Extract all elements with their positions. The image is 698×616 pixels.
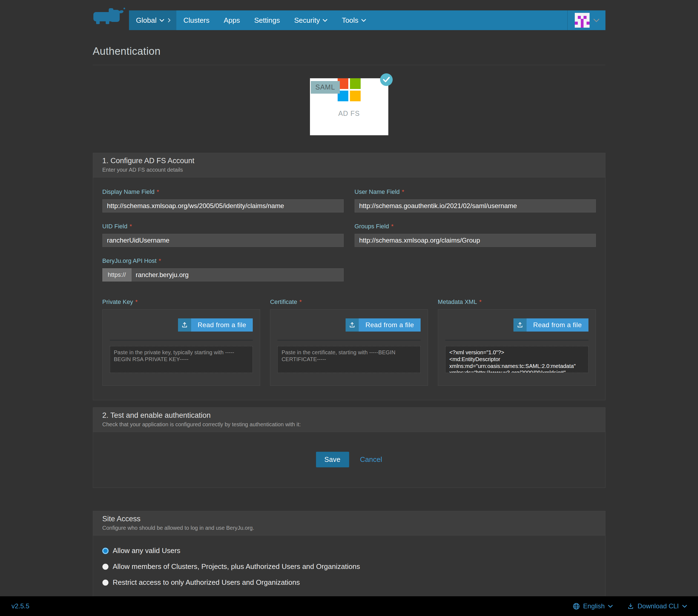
rancher-logo[interactable] bbox=[93, 6, 126, 25]
chevron-down-icon bbox=[608, 605, 613, 608]
save-button[interactable]: Save bbox=[316, 452, 349, 467]
nav-item-settings[interactable]: Settings bbox=[247, 10, 287, 30]
nav-item-tools[interactable]: Tools bbox=[335, 10, 373, 30]
nav-label: Security bbox=[294, 16, 320, 25]
download-cli-menu[interactable]: Download CLI bbox=[627, 602, 687, 610]
rancher-bull-icon bbox=[93, 6, 126, 25]
language-selector[interactable]: English bbox=[573, 602, 613, 610]
chevron-down-icon bbox=[594, 19, 599, 22]
file-box-divider bbox=[277, 340, 421, 340]
upload-icon bbox=[346, 318, 359, 332]
field-user-name: User Name Field* bbox=[354, 188, 596, 212]
required-asterisk: * bbox=[402, 188, 404, 195]
radio-allow-members[interactable]: Allow members of Clusters, Projects, plu… bbox=[102, 562, 596, 571]
selected-check-icon bbox=[380, 73, 393, 86]
field-label: UID Field* bbox=[102, 223, 344, 230]
site-access-title: Site Access bbox=[102, 515, 596, 523]
chevron-down-icon bbox=[682, 605, 687, 608]
nav-label: Tools bbox=[342, 16, 359, 25]
app-footer: v2.5.5 English Download CLI bbox=[0, 596, 698, 616]
version-label[interactable]: v2.5.5 bbox=[12, 602, 29, 610]
app-header: Global Clusters Apps Settings Security T… bbox=[0, 0, 698, 31]
saml-badge: SAML bbox=[311, 81, 340, 94]
field-label: Private Key* bbox=[102, 298, 261, 306]
radio-unselected-icon bbox=[102, 564, 109, 570]
field-label: BeryJu.org API Host* bbox=[102, 257, 344, 265]
field-groups: Groups Field* bbox=[354, 223, 596, 247]
user-avatar bbox=[575, 13, 589, 28]
api-host-input[interactable] bbox=[131, 268, 344, 281]
download-icon bbox=[627, 603, 634, 610]
private-key-textarea[interactable] bbox=[110, 346, 253, 373]
radio-allow-any-valid-users[interactable]: Allow any valid Users bbox=[102, 546, 596, 555]
section1-header: 1. Configure AD FS Account Enter your AD… bbox=[93, 153, 605, 178]
nav-item-clusters[interactable]: Clusters bbox=[176, 10, 217, 30]
field-label: Groups Field* bbox=[354, 223, 596, 230]
read-from-file-button[interactable]: Read from a file bbox=[178, 318, 253, 332]
top-navbar: Global Clusters Apps Settings Security T… bbox=[129, 10, 605, 30]
title-divider bbox=[93, 65, 605, 65]
nav-item-security[interactable]: Security bbox=[287, 10, 335, 30]
site-access-subtitle: Configure who should be allowed to log i… bbox=[102, 525, 596, 531]
radio-unselected-icon bbox=[102, 579, 109, 586]
metadata-xml-textarea[interactable]: <?xml version="1.0"?> <md:EntityDescript… bbox=[445, 346, 588, 373]
globe-icon bbox=[573, 603, 580, 610]
required-asterisk: * bbox=[479, 298, 482, 305]
read-from-file-label: Read from a file bbox=[527, 318, 588, 332]
nav-label: Global bbox=[136, 16, 157, 25]
certificate-box: Read from a file bbox=[270, 309, 428, 386]
groups-input[interactable] bbox=[354, 234, 596, 247]
field-uid: UID Field* bbox=[102, 223, 344, 247]
nav-item-global[interactable]: Global bbox=[129, 10, 176, 30]
download-cli-label: Download CLI bbox=[638, 602, 679, 610]
chevron-down-icon bbox=[159, 19, 164, 22]
required-asterisk: * bbox=[157, 188, 159, 195]
metadata-xml-box: Read from a file <?xml version="1.0"?> <… bbox=[438, 309, 596, 386]
required-asterisk: * bbox=[159, 257, 161, 264]
required-asterisk: * bbox=[299, 298, 302, 305]
language-label: English bbox=[583, 602, 605, 610]
section1-title: 1. Configure AD FS Account bbox=[102, 157, 596, 165]
file-box-divider bbox=[110, 340, 253, 340]
active-caret-icon bbox=[168, 18, 171, 23]
required-asterisk: * bbox=[391, 223, 393, 230]
provider-name: AD FS bbox=[310, 110, 388, 117]
required-asterisk: * bbox=[129, 223, 132, 230]
field-label: Metadata XML* bbox=[438, 298, 596, 306]
cancel-button[interactable]: Cancel bbox=[360, 455, 382, 464]
section2-title: 2. Test and enable authentication bbox=[102, 411, 596, 420]
section2-header: 2. Test and enable authentication Check … bbox=[93, 408, 605, 432]
upload-icon bbox=[514, 318, 527, 332]
nav-label: Settings bbox=[254, 16, 280, 25]
upload-icon bbox=[178, 318, 191, 332]
private-key-box: Read from a file bbox=[102, 309, 261, 386]
chevron-down-icon bbox=[323, 19, 327, 22]
field-api-host: BeryJu.org API Host* https:// bbox=[102, 257, 344, 281]
certificate-textarea[interactable] bbox=[277, 346, 421, 373]
metadata-xml-block: Metadata XML* Read from a file <?xml ve bbox=[438, 298, 596, 386]
radio-restrict-access[interactable]: Restrict access to only Authorized Users… bbox=[102, 578, 596, 587]
test-enable-section: 2. Test and enable authentication Check … bbox=[93, 407, 605, 488]
user-menu[interactable] bbox=[568, 10, 605, 30]
read-from-file-label: Read from a file bbox=[359, 318, 420, 332]
certificate-block: Certificate* Read from a file bbox=[270, 298, 428, 386]
field-label: User Name Field* bbox=[354, 188, 596, 195]
read-from-file-label: Read from a file bbox=[191, 318, 253, 332]
page-title: Authentication bbox=[93, 45, 605, 57]
private-key-block: Private Key* Read from a file bbox=[102, 298, 261, 386]
display-name-input[interactable] bbox=[102, 199, 344, 212]
configure-adfs-section: 1. Configure AD FS Account Enter your AD… bbox=[93, 153, 605, 400]
uid-input[interactable] bbox=[102, 234, 344, 247]
user-name-input[interactable] bbox=[354, 199, 596, 212]
https-prefix-addon: https:// bbox=[102, 268, 131, 281]
radio-selected-icon bbox=[102, 548, 109, 554]
field-label: Display Name Field* bbox=[102, 188, 344, 195]
nav-label: Apps bbox=[224, 16, 240, 25]
navbar-spacer bbox=[373, 10, 568, 30]
nav-item-apps[interactable]: Apps bbox=[217, 10, 247, 30]
provider-card-adfs[interactable]: SAML AD FS bbox=[310, 78, 388, 135]
field-label: Certificate* bbox=[270, 298, 428, 306]
read-from-file-button[interactable]: Read from a file bbox=[346, 318, 420, 332]
read-from-file-button[interactable]: Read from a file bbox=[514, 318, 588, 332]
nav-label: Clusters bbox=[183, 16, 209, 25]
